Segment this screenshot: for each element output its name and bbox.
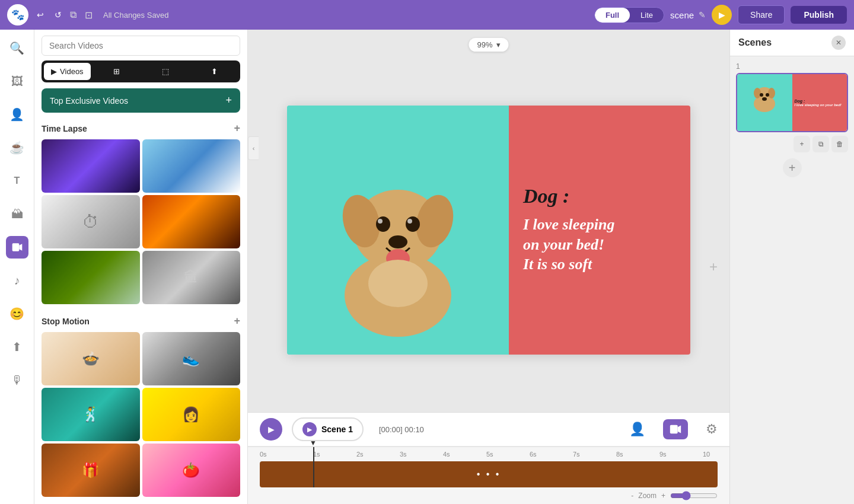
tab-videos[interactable]: ▶ Videos <box>44 63 91 80</box>
list-item[interactable]: 🍅 <box>142 444 241 497</box>
stop-motion-plus[interactable]: + <box>234 315 240 327</box>
svg-point-23 <box>762 97 767 101</box>
scene-thumb-dog-text: I love sleeping on your bed! <box>795 103 845 107</box>
settings-icon[interactable]: ⚙ <box>706 422 718 437</box>
redo-button[interactable]: ↺ <box>55 10 62 20</box>
topbar-play-button[interactable]: ▶ <box>712 5 732 25</box>
timeline-track[interactable]: • • • <box>260 461 718 487</box>
publish-button[interactable]: Publish <box>791 6 847 24</box>
main-play-button[interactable]: ▶ <box>260 418 282 441</box>
list-item[interactable]: 🎁 <box>42 444 140 497</box>
svg-point-10 <box>407 219 412 224</box>
time-lapse-grid: ⏱ 🏛 <box>42 139 240 304</box>
tab-frame[interactable]: ⬚ <box>142 63 189 80</box>
scene-copy-button[interactable]: ⧉ <box>812 136 829 152</box>
copy-icon[interactable]: ⧉ <box>70 9 77 20</box>
scene-thumb-right: Dog : I love sleeping on your bed! <box>792 74 847 131</box>
ruler-mark-7: 7s <box>573 451 616 458</box>
list-item[interactable]: ⏱ <box>42 195 140 248</box>
topbar-icons: ⧉ ⊡ <box>70 9 93 21</box>
topbar: 🐾 ↩ ↺ ⧉ ⊡ All Changes Saved Full Lite sc… <box>0 0 854 30</box>
playback-controls: ▶ ▶ Scene 1 [00:00] 00:10 👤 ⚙ <box>248 413 729 446</box>
scene-edit-icon[interactable]: ✎ <box>699 10 706 20</box>
zoom-value: 99% <box>477 40 492 49</box>
time-display: [00:00] 00:10 <box>379 425 424 434</box>
scene-delete-button[interactable]: 🗑 <box>831 136 848 152</box>
zoom-minus-label: - <box>631 492 633 500</box>
tab-upload[interactable]: ⬆ <box>191 63 238 80</box>
zoom-control[interactable]: 99% ▾ <box>469 38 508 52</box>
stop-motion-grid: 🍲 👟 🕺 👩 🎁 🍅 <box>42 332 240 497</box>
add-scene-right-button[interactable]: + <box>709 259 718 275</box>
scene-item-1: 1 Dog : I love sleep <box>736 62 848 152</box>
list-item[interactable] <box>142 139 241 193</box>
scene-label-area: scene ✎ <box>670 10 706 20</box>
share-button[interactable]: Share <box>738 5 785 24</box>
canvas-scene: Dog : I love sleepingon your bed!It is s… <box>287 106 690 355</box>
scene-play-icon: ▶ <box>302 422 317 436</box>
zoom-chevron-icon: ▾ <box>496 40 501 49</box>
canvas-area: ‹ 99% ▾ <box>248 30 729 504</box>
list-item[interactable]: 👟 <box>142 332 241 385</box>
zoom-text-label: Zoom <box>638 492 657 500</box>
scene-add-button[interactable]: + <box>794 136 810 152</box>
collapse-panel-button[interactable]: ‹ <box>248 136 259 160</box>
sidebar-item-video[interactable] <box>6 236 28 259</box>
sidebar-item-music[interactable]: ♪ <box>6 269 28 292</box>
sidebar-item-text[interactable]: T <box>6 170 28 192</box>
view-toggle: Full Lite <box>594 7 664 23</box>
timeline-cursor[interactable] <box>313 447 314 487</box>
save-icon[interactable]: ⊡ <box>85 9 93 21</box>
list-item[interactable]: 🕺 <box>42 388 140 441</box>
sidebar-item-record[interactable]: 🎙 <box>6 369 28 391</box>
timeline-ruler: 0s 1s 2s 3s 4s 5s 6s 7s 8s 9s 10 <box>248 447 729 460</box>
svg-point-22 <box>766 93 769 97</box>
zoom-slider[interactable] <box>670 491 718 500</box>
sidebar-item-image[interactable]: 🖼 <box>6 70 28 92</box>
dog-image <box>287 106 509 355</box>
full-toggle-button[interactable]: Full <box>595 8 630 23</box>
sidebar-icons: 🔍 🖼 👤 ☕ T 🏔 ♪ 😊 ⬆ 🎙 <box>0 30 34 504</box>
tab-grid[interactable]: ⊞ <box>93 63 140 80</box>
scene-thumbnail[interactable]: Dog : I love sleeping on your bed! <box>736 73 848 132</box>
ruler-mark-0: 0s <box>260 451 313 458</box>
list-item[interactable]: 🏛 <box>142 251 241 304</box>
sidebar-item-search[interactable]: 🔍 <box>6 37 28 59</box>
list-item[interactable] <box>42 251 140 304</box>
svg-point-9 <box>378 219 383 224</box>
sidebar-item-photo[interactable]: 🏔 <box>6 203 28 225</box>
list-item[interactable]: 🍲 <box>42 332 140 385</box>
lite-toggle-button[interactable]: Lite <box>630 8 664 23</box>
undo-button[interactable]: ↩ <box>37 10 44 20</box>
sidebar-item-user[interactable]: 👤 <box>6 103 28 126</box>
ruler-mark-9: 9s <box>659 451 703 458</box>
logo-button[interactable]: 🐾 <box>7 4 28 25</box>
sidebar-item-sticker[interactable]: ☕ <box>6 136 28 159</box>
svg-marker-1 <box>19 244 22 251</box>
scene-name-label: Scene 1 <box>321 425 353 434</box>
scene-thumb-left <box>737 74 792 131</box>
person-icon[interactable]: 👤 <box>629 422 645 437</box>
zoom-plus-label: + <box>661 492 665 500</box>
ruler-mark-3: 3s <box>400 451 443 458</box>
ruler-mark-10: 10 <box>703 451 710 458</box>
time-lapse-plus[interactable]: + <box>234 122 240 135</box>
search-input[interactable] <box>42 36 240 56</box>
sidebar-item-upload[interactable]: ⬆ <box>6 336 28 358</box>
bottom-icons: 👤 ⚙ <box>629 419 718 439</box>
timeline-dots: • • • <box>477 469 501 480</box>
scene-selector-button[interactable]: ▶ Scene 1 <box>292 417 364 441</box>
timeline-bottom: - Zoom + <box>248 490 729 504</box>
exclusive-bar[interactable]: Top Exclusive Videos + <box>42 88 240 113</box>
ruler-mark-4: 4s <box>443 451 486 458</box>
scenes-close-button[interactable]: ✕ <box>831 36 846 50</box>
list-item[interactable] <box>142 195 241 248</box>
scenes-title: Scenes <box>738 37 772 48</box>
svg-point-11 <box>388 235 407 248</box>
list-item[interactable]: 👩 <box>142 388 241 441</box>
svg-marker-15 <box>678 426 681 433</box>
sidebar-item-emoji[interactable]: 😊 <box>6 302 28 325</box>
add-scene-button[interactable]: + <box>783 158 802 177</box>
list-item[interactable] <box>42 139 140 193</box>
video-clip-button[interactable] <box>663 419 688 439</box>
